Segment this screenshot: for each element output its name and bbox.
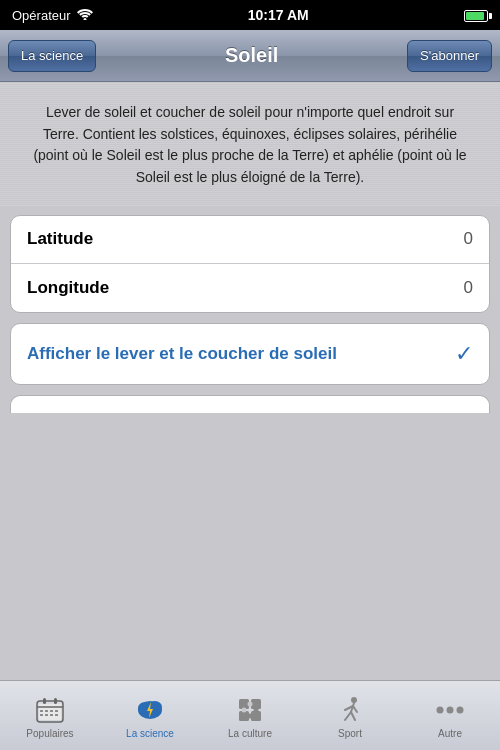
latitude-row[interactable]: Latitude 0	[11, 216, 489, 264]
time-display: 10:17 AM	[248, 7, 309, 23]
tab-sport[interactable]: Sport	[300, 681, 400, 750]
tab-la-science[interactable]: La science	[100, 681, 200, 750]
svg-point-34	[457, 707, 464, 714]
back-button[interactable]: La science	[8, 40, 96, 72]
svg-point-33	[447, 707, 454, 714]
svg-point-32	[437, 707, 444, 714]
svg-rect-6	[40, 710, 43, 712]
tab-label-la-culture: La culture	[228, 728, 272, 739]
svg-point-0	[83, 18, 86, 20]
nav-title: Soleil	[225, 44, 278, 67]
longitude-row[interactable]: Longitude 0	[11, 264, 489, 312]
tab-label-sport: Sport	[338, 728, 362, 739]
action-row[interactable]: Afficher le lever et le coucher de solei…	[11, 324, 489, 384]
svg-point-25	[248, 714, 253, 719]
puzzle-icon	[234, 694, 266, 726]
action-section: Afficher le lever et le coucher de solei…	[10, 323, 490, 385]
svg-line-29	[351, 712, 355, 720]
svg-rect-7	[45, 710, 48, 712]
action-label: Afficher le lever et le coucher de solei…	[27, 343, 445, 365]
checkmark-icon: ✓	[455, 341, 473, 367]
tab-bar: Populaires La science	[0, 680, 500, 750]
latitude-value: 0	[464, 229, 473, 249]
longitude-label: Longitude	[27, 278, 109, 298]
calendar-icon	[34, 694, 66, 726]
status-right	[464, 8, 488, 23]
operator-label: Opérateur	[12, 8, 71, 23]
svg-line-31	[353, 706, 357, 712]
wifi-icon	[77, 8, 93, 23]
bottom-card-hint	[10, 395, 490, 413]
tab-label-autre: Autre	[438, 728, 462, 739]
more-icon	[434, 694, 466, 726]
latitude-label: Latitude	[27, 229, 93, 249]
svg-rect-11	[45, 714, 48, 716]
svg-rect-4	[43, 698, 46, 704]
subscribe-button[interactable]: S'abonner	[407, 40, 492, 72]
status-left: Opérateur	[12, 8, 93, 23]
battery-icon	[464, 8, 488, 23]
svg-line-28	[345, 712, 351, 720]
longitude-value: 0	[464, 278, 473, 298]
science-icon	[134, 694, 166, 726]
status-bar: Opérateur 10:17 AM	[0, 0, 500, 30]
description-area: Lever de soleil et coucher de soleil pou…	[0, 82, 500, 207]
sport-icon	[334, 694, 366, 726]
svg-rect-5	[54, 698, 57, 704]
svg-point-22	[248, 702, 253, 707]
tab-la-culture[interactable]: La culture	[200, 681, 300, 750]
description-text: Lever de soleil et coucher de soleil pou…	[30, 102, 470, 189]
tab-populaires[interactable]: Populaires	[0, 681, 100, 750]
svg-rect-13	[55, 714, 58, 716]
tab-autre[interactable]: Autre	[400, 681, 500, 750]
form-section: Latitude 0 Longitude 0	[10, 215, 490, 313]
svg-rect-8	[50, 710, 53, 712]
svg-rect-12	[50, 714, 53, 716]
main-content: Lever de soleil et coucher de soleil pou…	[0, 82, 500, 680]
svg-point-23	[242, 708, 247, 713]
nav-bar: La science Soleil S'abonner	[0, 30, 500, 82]
tab-label-populaires: Populaires	[26, 728, 73, 739]
svg-point-24	[254, 708, 259, 713]
svg-rect-10	[40, 714, 43, 716]
svg-rect-9	[55, 710, 58, 712]
tab-label-la-science: La science	[126, 728, 174, 739]
